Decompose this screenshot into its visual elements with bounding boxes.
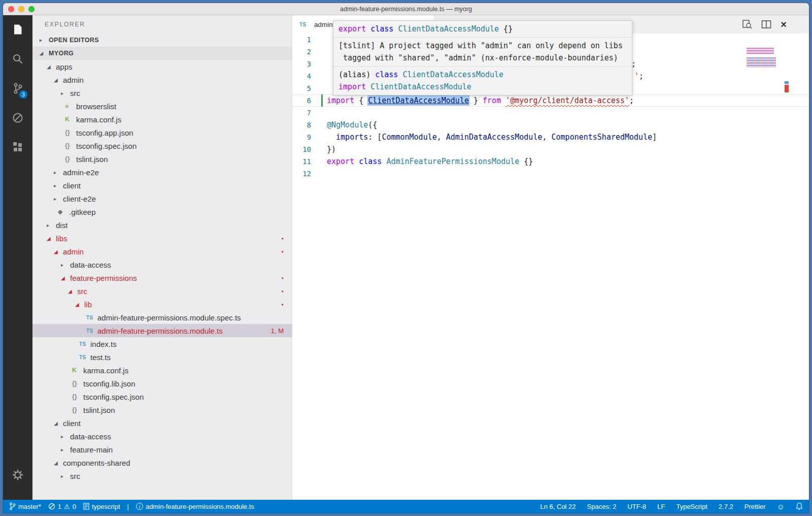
- code-token: ': [634, 72, 639, 81]
- code-line-12[interactable]: 12: [292, 168, 809, 180]
- status-item-3[interactable]: LF: [657, 503, 665, 510]
- tree-item-client[interactable]: ▸client: [32, 179, 292, 192]
- code-line-7[interactable]: 7: [292, 107, 809, 119]
- tree-item-components-shared[interactable]: ◢components-shared: [32, 456, 292, 469]
- workspace-root-section[interactable]: ◢ MYORG: [32, 47, 292, 60]
- typescript-status[interactable]: typescript: [83, 503, 120, 510]
- tree-item-tsconfig.lib.json[interactable]: {}tsconfig.lib.json: [32, 377, 292, 390]
- status-item-2[interactable]: UTF-8: [627, 503, 646, 510]
- tree-item-tslint.json[interactable]: {}tslint.json: [32, 152, 292, 166]
- tree-item-karma.conf.js[interactable]: Kkarma.conf.js: [32, 113, 292, 126]
- hover-line: import ClientDataAccessModule: [339, 81, 627, 93]
- extensions-activity-button[interactable]: [10, 140, 25, 155]
- tree-item-label: test.ts: [90, 353, 111, 362]
- tree-item-index.ts[interactable]: TSindex.ts: [32, 337, 292, 350]
- code-token: ]: [652, 133, 657, 142]
- status-item-4[interactable]: TypeScript: [676, 503, 707, 510]
- code-token: }): [327, 145, 336, 154]
- chevron-collapsed-icon: ▸: [47, 222, 56, 228]
- tree-item-dist[interactable]: ▸dist: [32, 218, 292, 232]
- tree-item-.gitkeep[interactable]: ◈.gitkeep: [32, 205, 292, 218]
- tree-item-tsconfig.app.json[interactable]: {}tsconfig.app.json: [32, 126, 292, 139]
- tree-item-feature-permissions[interactable]: ◢feature-permissions●: [32, 271, 292, 284]
- tree-item-client-e2e[interactable]: ▸client-e2e: [32, 192, 292, 205]
- status-right-items: Ln 6, Col 22Spaces: 2UTF-8LFTypeScript2.…: [540, 503, 765, 510]
- tree-item-lib[interactable]: ◢lib●: [32, 298, 292, 311]
- status-bar: master* 1 ⚠ 0 typescript | i admin-featu…: [3, 500, 809, 513]
- tree-item-karma.conf.js[interactable]: Kkarma.conf.js: [32, 364, 292, 377]
- code-line-8[interactable]: 8@NgModule({: [292, 119, 809, 131]
- status-item-0[interactable]: Ln 6, Col 22: [540, 503, 576, 510]
- tree-item-libs[interactable]: ◢libs●: [32, 232, 292, 245]
- tree-item-tslint.json[interactable]: {}tslint.json: [32, 403, 292, 416]
- notifications-bell-icon[interactable]: [796, 502, 803, 510]
- line-content: }): [311, 145, 336, 154]
- ruler-info-mark: [785, 81, 789, 84]
- chevron-expanded-icon: ◢: [47, 64, 56, 70]
- status-item-1[interactable]: Spaces: 2: [587, 503, 617, 510]
- minimap[interactable]: [745, 34, 777, 500]
- tree-item-src[interactable]: ▸src: [32, 86, 292, 100]
- tree-item-label: karma.conf.js: [83, 366, 128, 375]
- hover-section-1: [tslint] A project tagged with "admin" c…: [333, 37, 632, 66]
- tree-item-admin[interactable]: ◢admin●: [32, 245, 292, 258]
- feedback-smiley-icon[interactable]: ☺: [777, 503, 785, 510]
- tree-item-label: tsconfig.app.json: [76, 128, 133, 137]
- git-branch-status[interactable]: master*: [9, 502, 41, 510]
- code-token: (alias): [339, 70, 375, 79]
- close-window-button[interactable]: [8, 6, 14, 12]
- tree-item-tsconfig.spec.json[interactable]: {}tsconfig.spec.json: [32, 390, 292, 403]
- settings-button[interactable]: [10, 467, 25, 482]
- tree-item-feature-main[interactable]: ▸feature-main: [32, 443, 292, 456]
- tree-item-admin-e2e[interactable]: ▸admin-e2e: [32, 166, 292, 179]
- status-item-5[interactable]: 2.7.2: [719, 503, 733, 510]
- search-activity-button[interactable]: [10, 51, 25, 67]
- code-line-11[interactable]: 11export class AdminFeaturePermissionsMo…: [292, 155, 809, 168]
- zoom-window-button[interactable]: [28, 6, 35, 12]
- minimize-window-button[interactable]: [18, 6, 24, 12]
- debug-activity-button[interactable]: [10, 110, 25, 125]
- tree-item-data-access[interactable]: ▸data-access: [32, 430, 292, 443]
- ts-file-icon: TS: [79, 354, 90, 360]
- split-editor-icon[interactable]: [761, 20, 771, 29]
- tree-item-client[interactable]: ◢client: [32, 416, 292, 430]
- karma-file-icon: K: [72, 367, 83, 374]
- chevron-collapsed-icon: ▸: [61, 90, 70, 96]
- code-token: from: [483, 96, 501, 105]
- code-line-9[interactable]: 9 imports: [CommonModule, AdminDataAcces…: [292, 131, 809, 143]
- tree-item-browserslist[interactable]: ≡browserslist: [32, 100, 292, 113]
- tree-item-admin-feature-permissions.module.spec.ts[interactable]: TSadmin-feature-permissions.module.spec.…: [32, 311, 292, 324]
- code-line-10[interactable]: 10}): [292, 143, 809, 155]
- source-control-activity-button[interactable]: 3: [10, 81, 25, 96]
- tree-item-admin[interactable]: ◢admin: [32, 73, 292, 86]
- tree-item-apps[interactable]: ◢apps: [32, 60, 292, 73]
- open-preview-icon[interactable]: [742, 19, 752, 29]
- modified-dot-badge: ●: [281, 236, 284, 241]
- info-icon: i: [136, 503, 143, 510]
- tree-item-admin-feature-permissions.module.ts[interactable]: TSadmin-feature-permissions.module.ts1, …: [32, 324, 292, 337]
- problems-status[interactable]: 1 ⚠ 0: [48, 503, 76, 510]
- tree-item-src[interactable]: ◢src●: [32, 284, 292, 298]
- line-content: export class AdminFeaturePermissionsModu…: [311, 157, 533, 166]
- code-line-6[interactable]: 6import { ClientDataAccessModule } from …: [292, 94, 809, 107]
- code-token: class: [375, 70, 398, 79]
- tree-item-label: data-access: [70, 432, 111, 441]
- explorer-activity-button[interactable]: [10, 22, 25, 37]
- line-number: 7: [292, 109, 311, 117]
- close-editor-icon[interactable]: ×: [781, 19, 787, 29]
- editor-actions: ×: [742, 15, 787, 34]
- open-editors-section[interactable]: ▸ OPEN EDITORS: [32, 34, 292, 47]
- minimap-block: [747, 48, 774, 54]
- tree-item-data-access[interactable]: ▸data-access: [32, 258, 292, 271]
- file-info-status[interactable]: i admin-feature-permissions.module.ts: [136, 503, 254, 510]
- code-token: ClientDataAccessModule: [368, 96, 469, 105]
- tree-item-test.ts[interactable]: TStest.ts: [32, 350, 292, 364]
- tree-item-src[interactable]: ▸src: [32, 469, 292, 482]
- status-item-6[interactable]: Prettier: [745, 503, 766, 510]
- modified-dot-badge: ●: [281, 249, 284, 254]
- open-editors-label: OPEN EDITORS: [49, 37, 99, 44]
- modified-dot-badge: ●: [281, 289, 284, 294]
- line-content: imports: [CommonModule, AdminDataAccessM…: [311, 133, 657, 142]
- tree-item-tsconfig.spec.json[interactable]: {}tsconfig.spec.json: [32, 139, 292, 152]
- git-branch-icon: [9, 502, 16, 510]
